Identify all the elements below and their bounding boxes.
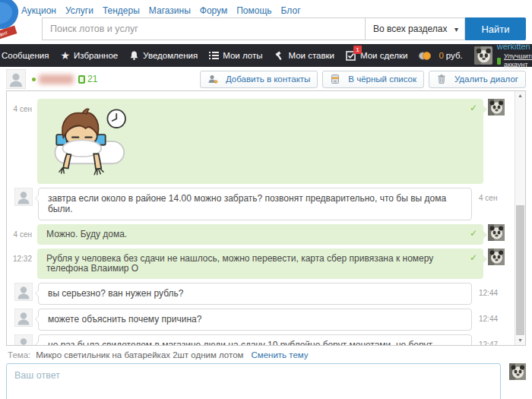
upgrade-account-link[interactable]: Улучшить аккаунт — [504, 52, 532, 70]
toolbar-item[interactable]: Сообщения — [2, 51, 49, 60]
chevron-down-icon: ▾ — [454, 25, 458, 33]
toolbar-items: Сообщения★ИзбранноеУведомленияМои лотыМо… — [2, 44, 419, 67]
message-text: Рубля у человека без сдачи не нашлось, м… — [46, 253, 433, 274]
sent-check-icon: ✓ — [470, 229, 477, 239]
gavel-icon — [274, 50, 284, 61]
nav-link[interactable]: Форум — [200, 5, 227, 16]
toolbar-item-label: Уведомления — [143, 51, 198, 60]
scrollbar[interactable]: ▲ ▼ — [515, 91, 525, 345]
trash-button[interactable]: Удалить диалог — [429, 71, 526, 88]
add-contact-icon — [207, 74, 222, 84]
toolbar-item[interactable]: Мои лоты — [209, 51, 262, 60]
message-text: не раз была свидетелем в магазине люди н… — [48, 340, 432, 346]
toolbar-item-label: Мои ставки — [288, 51, 334, 60]
list-icon — [209, 51, 219, 60]
scrollbar-thumb[interactable] — [516, 205, 524, 335]
toolbar-item[interactable]: Уведомления — [129, 50, 198, 61]
sticker-image — [45, 105, 464, 181]
toolbar-item[interactable]: 1Мои сделки — [346, 51, 407, 61]
search-input[interactable] — [42, 17, 365, 40]
toolbar-item-label: Мои сделки — [360, 51, 407, 60]
button-label: Удалить диалог — [454, 74, 518, 84]
message-row: 4 сен✓ — [10, 99, 511, 184]
change-topic-link[interactable]: Сменить тему — [251, 350, 308, 359]
message-bubble: вы серьезно? ван нужен рубль? — [38, 283, 472, 305]
contact-name-censored — [39, 74, 74, 84]
button-label: Добавить в контакты — [226, 74, 310, 84]
message-bubble: Можно. Буду дома.✓ — [37, 224, 483, 245]
message-time: 4 сен — [472, 188, 511, 202]
deals-icon: 1 — [346, 51, 356, 61]
topic-value: Микро светильник на батарейках 2шт одним… — [36, 350, 243, 359]
button-label: В чёрный список — [348, 74, 416, 84]
blacklist-button[interactable]: В чёрный список — [322, 71, 424, 88]
nav-link[interactable]: Тендеры — [103, 5, 140, 16]
message-time: 4 сен — [10, 224, 37, 239]
contact-avatar — [14, 283, 33, 301]
message-bubble: Рубля у человека без сдачи не нашлось, м… — [37, 249, 483, 280]
own-avatar — [509, 363, 526, 380]
message-time: 12:32 — [10, 249, 37, 263]
online-dot-icon — [32, 78, 36, 81]
message-time: 12:44 — [472, 283, 511, 297]
account-menu[interactable]: werkitten354 Улучшить аккаунт ▾ — [474, 41, 532, 69]
nav-link[interactable]: Услуги — [65, 5, 93, 16]
message-row: вы серьезно? ван нужен рубль?12:44 — [10, 283, 511, 305]
contact-avatar — [14, 309, 33, 327]
message-row: можете объяснить почему причина?12:44 — [10, 309, 511, 331]
balance-amount: 0 — [439, 51, 443, 60]
toolbar: Сообщения★ИзбранноеУведомленияМои лотыМо… — [0, 44, 532, 67]
toolbar-item[interactable]: ★Избранное — [60, 50, 118, 61]
add-contact-button[interactable]: Добавить в контакты — [200, 71, 318, 88]
username: werkitten — [497, 42, 530, 51]
message-row: 4 сенМожно. Буду дома.✓ — [10, 224, 511, 245]
own-avatar — [474, 46, 492, 65]
own-avatar — [488, 224, 505, 241]
search-button[interactable]: Найти — [465, 17, 526, 40]
message-bubble: не раз была свидетелем в магазине люди н… — [38, 334, 472, 346]
message-text: вы серьезно? ван нужен рубль? — [48, 288, 183, 299]
message-list: 4 сен✓завтра если около в районе 14.00 м… — [7, 91, 515, 345]
star-icon: ★ — [60, 50, 70, 61]
chat-header: 21 Добавить в контактыВ чёрный списокУда… — [0, 67, 532, 90]
reply-input[interactable] — [6, 363, 501, 399]
contact-avatar — [14, 334, 33, 346]
nav-link[interactable]: Помощь — [236, 5, 271, 16]
contact-rating: 21 — [87, 74, 97, 84]
bell-icon — [129, 50, 139, 61]
scroll-down-arrow[interactable]: ▼ — [515, 336, 525, 345]
topic-line: Тема: Микро светильник на батарейках 2шт… — [8, 350, 526, 359]
top-nav: АукционУслугиТендерыМагазиныФорумПомощьБ… — [0, 0, 532, 15]
contact-avatar — [14, 188, 33, 206]
reply-area — [6, 363, 526, 399]
scroll-up-arrow[interactable]: ▲ — [515, 91, 525, 100]
toolbar-item-label: Избранное — [74, 51, 118, 60]
contact-name-group[interactable]: 21 — [32, 74, 97, 84]
topic-label: Тема: — [8, 350, 30, 359]
balance[interactable]: 0 руб. — [419, 51, 462, 61]
message-row: 12:32Рубля у человека без сдачи не нашло… — [10, 249, 511, 280]
coins-icon — [419, 51, 431, 61]
message-time: 12:47 — [472, 334, 511, 346]
chat-history: 4 сен✓завтра если около в районе 14.00 м… — [6, 90, 526, 346]
upgrade-icon — [497, 58, 501, 65]
message-row: завтра если около в районе 14.00 можно з… — [10, 188, 511, 220]
message-time: 4 сен — [10, 99, 37, 113]
search-category-select[interactable]: Во всех разделах ▾ — [365, 17, 465, 40]
message-text: можете объяснить почему причина? — [48, 314, 201, 325]
trash-icon — [436, 74, 451, 84]
message-text: завтра если около в районе 14.00 можно з… — [48, 193, 446, 214]
contact-avatar[interactable] — [6, 69, 26, 89]
toolbar-item[interactable]: Мои ставки — [274, 50, 334, 61]
sent-check-icon: ✓ — [470, 253, 477, 264]
message-time: 12:44 — [472, 309, 511, 323]
search-bar: Во всех разделах ▾ Найти — [42, 17, 526, 40]
toolbar-item-label: Сообщения — [2, 51, 49, 60]
nav-link[interactable]: Магазины — [149, 5, 191, 16]
site-logo-icon[interactable]: гарант — [0, 0, 27, 46]
nav-link[interactable]: Блог — [281, 5, 301, 16]
notification-badge: 1 — [353, 46, 362, 54]
balance-currency: руб. — [446, 51, 463, 60]
blacklist-icon — [330, 74, 344, 84]
message-text: Можно. Буду дома. — [46, 229, 127, 239]
